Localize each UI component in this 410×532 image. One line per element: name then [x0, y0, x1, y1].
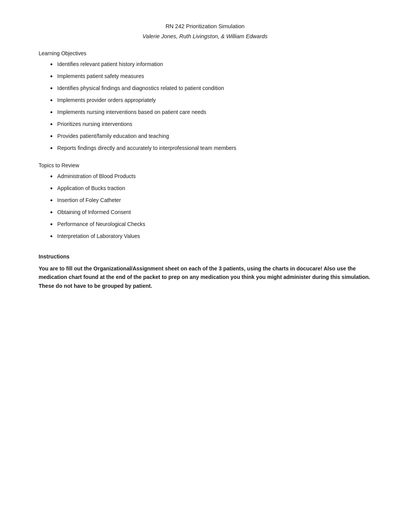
topics-to-review-heading: Topics to Review: [39, 162, 371, 168]
list-item: Identifies relevant patient history info…: [50, 60, 371, 70]
instructions-body: You are to fill out the Organizational/A…: [39, 264, 371, 290]
list-item: Reports findings directly and accurately…: [50, 144, 371, 154]
page-title: RN 242 Prioritization Simulation: [39, 23, 371, 29]
list-item: Application of Bucks traction: [50, 184, 371, 194]
instructions-section: Instructions You are to fill out the Org…: [39, 253, 371, 290]
list-item: Insertion of Foley Catheter: [50, 196, 371, 206]
list-item: Provides patient/family education and te…: [50, 132, 371, 142]
learning-objectives-heading: Learning Objectives: [39, 50, 371, 56]
list-item: Prioritizes nursing interventions: [50, 120, 371, 130]
page: RN 242 Prioritization Simulation Valerie…: [0, 0, 410, 532]
list-item: Administration of Blood Products: [50, 172, 371, 182]
page-subtitle: Valerie Jones, Ruth Livingston, & Willia…: [39, 33, 371, 39]
learning-objectives-list: Identifies relevant patient history info…: [50, 60, 371, 154]
list-item: Implements provider orders appropriately: [50, 96, 371, 106]
list-item: Identifies physical findings and diagnos…: [50, 84, 371, 94]
topics-to-review-section: Topics to Review Administration of Blood…: [39, 162, 371, 242]
learning-objectives-section: Learning Objectives Identifies relevant …: [39, 50, 371, 154]
list-item: Obtaining of Informed Consent: [50, 208, 371, 218]
list-item: Implements patient safety measures: [50, 72, 371, 82]
list-item: Implements nursing interventions based o…: [50, 108, 371, 118]
topics-to-review-list: Administration of Blood Products Applica…: [50, 172, 371, 242]
instructions-heading: Instructions: [39, 253, 371, 260]
list-item: Interpretation of Laboratory Values: [50, 232, 371, 242]
list-item: Performance of Neurological Checks: [50, 220, 371, 230]
